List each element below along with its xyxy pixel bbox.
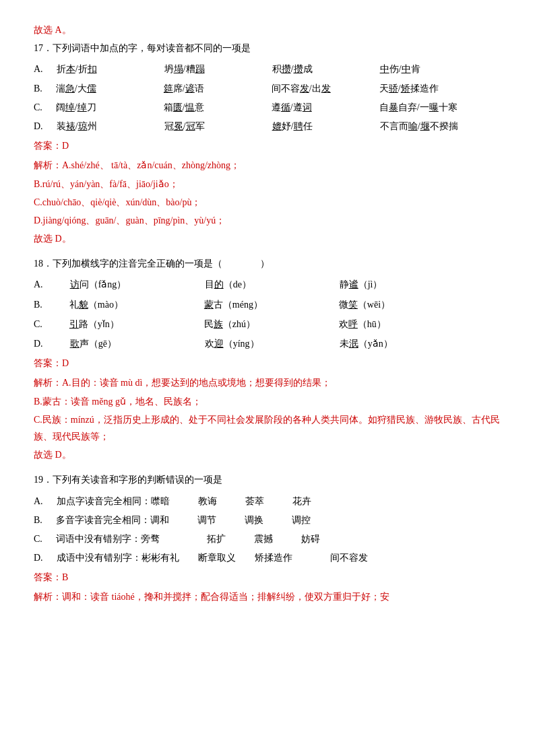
question-18: 18．下列加横线字的注音完全正确的一项是（ ） A. 访问（fǎng） 目的（d… — [34, 255, 501, 463]
question-17: 17．下列词语中加点的字，每对读音都不同的一项是 A. 折本/折扣 坍塌/糟蹋 … — [34, 40, 501, 247]
q19-c-label: C. — [34, 530, 42, 547]
q19-d-text: 成语中没有错别字：彬彬有礼 断章取义 矫揉造作 间不容发 — [57, 549, 368, 566]
q17-title: 17．下列词语中加点的字，每对读音都不同的一项是 — [34, 40, 501, 57]
q17-option-c: C. 阔绰/绰刀 箱匮/愠意 遵循/遵词 自暴自弃/一曝十寒 — [34, 99, 501, 116]
q17-explain-3: C.chuò/chāo、qiè/qiè、xún/dùn、bào/pù； — [34, 194, 501, 211]
q17-d-item4: 不言而喻/堰不揆揣 — [380, 118, 474, 135]
q18-d-label: D. — [34, 335, 43, 352]
q18-a-item1: 访问（fǎng） — [70, 276, 178, 293]
q17-explain-2: B.rú/rú、yán/yàn、fà/fā、jiāo/jiǎo； — [34, 176, 501, 193]
q17-a-item4: 中伤/中肯 — [380, 61, 474, 77]
q17-b-item4: 天骄/矫揉造作 — [379, 80, 474, 97]
q18-b-item1: 礼貌（mào） — [69, 296, 177, 313]
q19-d-label: D. — [34, 549, 43, 566]
q18-option-b: B. 礼貌（mào） 蒙古（méng） 微笑（wēi） — [34, 296, 501, 313]
top-guxuan-a: 故选 A。 — [34, 22, 501, 38]
q17-b-item3: 间不容发/出发 — [272, 80, 366, 97]
q18-d-item2: 欢迎（yíng） — [205, 335, 313, 352]
q17-c-item4: 自暴自弃/一曝十寒 — [379, 99, 474, 116]
q17-a-item3: 积攒/攒成 — [272, 61, 367, 77]
q18-b-item3: 微笑（wēi） — [339, 296, 447, 313]
q19-explain-1: 解析：调和：读音 tiáohé，搀和并搅拌；配合得适当；排解纠纷，使双方重归于好… — [34, 588, 501, 605]
q17-option-a: A. 折本/折扣 坍塌/糟蹋 积攒/攒成 中伤/中肯 — [34, 61, 501, 77]
q19-option-c: C. 词语中没有错别字：旁骛 拓扩 震撼 妨碍 — [34, 530, 501, 547]
q18-c-item1: 引路（yǐn） — [69, 316, 177, 333]
q18-d-item3: 未泯（yǎn） — [340, 335, 447, 352]
q17-option-b: B. 湍急/大儒 筵席/谚语 间不容发/出发 天骄/矫揉造作 — [34, 80, 501, 97]
q19-title: 19．下列有关读音和字形的判断错误的一项是 — [34, 471, 501, 488]
q17-a-label: A. — [34, 61, 43, 77]
q19-a-text: 加点字读音完全相同：噤暗 教诲 荟萃 花卉 — [57, 493, 311, 510]
q17-d-item1: 装裱/琼州 — [57, 118, 151, 135]
q17-explain-4: D.jiàng/qióng、guān/、guàn、pīng/pìn、yù/yú； — [34, 212, 501, 229]
q18-b-item2: 蒙古（méng） — [204, 296, 312, 313]
q17-explain-1: 解析：A.shé/zhé、 tā/tà、zǎn/cuán、zhòng/zhòng… — [34, 157, 501, 174]
q18-option-c: C. 引路（yǐn） 民族（zhú） 欢呼（hū） — [34, 316, 501, 333]
q18-c-item3: 欢呼（hū） — [339, 316, 447, 333]
q17-c-item1: 阔绰/绰刀 — [56, 99, 150, 116]
q18-d-item1: 歌声（gē） — [70, 335, 178, 352]
q18-explain-3: C.民族：mínzú，泛指历史上形成的、处于不同社会发展阶段的各种人类共同体。如… — [34, 411, 501, 445]
q17-c-item2: 箱匮/愠意 — [164, 99, 258, 116]
q17-answer: 答案：D — [34, 137, 501, 154]
q18-guxuan: 故选 D。 — [34, 446, 501, 463]
q18-option-a: A. 访问（fǎng） 目的（de） 静谧（jì） — [34, 276, 501, 293]
q17-b-label: B. — [34, 80, 42, 97]
q19-option-d: D. 成语中没有错别字：彬彬有礼 断章取义 矫揉造作 间不容发 — [34, 549, 501, 566]
q17-d-item3: 媲妤/聘任 — [272, 118, 367, 135]
q19-answer: 答案：B — [34, 569, 501, 586]
q17-c-item3: 遵循/遵词 — [272, 99, 366, 116]
q18-option-d: D. 歌声（gē） 欢迎（yíng） 未泯（yǎn） — [34, 335, 501, 352]
q17-c-label: C. — [34, 99, 42, 116]
q19-a-label: A. — [34, 493, 43, 510]
q18-a-item3: 静谧（jì） — [340, 276, 447, 293]
q18-a-label: A. — [34, 276, 43, 293]
q18-c-item2: 民族（zhú） — [204, 316, 312, 333]
q19-c-text: 词语中没有错别字：旁骛 拓扩 震撼 妨碍 — [56, 530, 320, 547]
q17-a-item1: 折本/折扣 — [57, 61, 151, 77]
q18-explain-2: B.蒙古：读音 měng gǔ，地名、民族名； — [34, 393, 501, 410]
q19-option-b: B. 多音字读音完全相同：调和 调节 调换 调控 — [34, 512, 501, 528]
q18-b-label: B. — [34, 296, 42, 313]
q17-d-item2: 冠冕/冠军 — [164, 118, 259, 135]
q17-guxuan: 故选 D。 — [34, 230, 501, 247]
q19-b-label: B. — [34, 512, 42, 528]
q17-b-item2: 筵席/谚语 — [164, 80, 258, 97]
q18-c-label: C. — [34, 316, 42, 333]
q17-d-label: D. — [34, 118, 43, 135]
q18-explain-1: 解析：A.目的：读音 mù dì，想要达到的地点或境地；想要得到的结果； — [34, 374, 501, 391]
question-19: 19．下列有关读音和字形的判断错误的一项是 A. 加点字读音完全相同：噤暗 教诲… — [34, 471, 501, 605]
q19-option-a: A. 加点字读音完全相同：噤暗 教诲 荟萃 花卉 — [34, 493, 501, 510]
q17-a-item2: 坍塌/糟蹋 — [164, 61, 259, 77]
q18-answer: 答案：D — [34, 355, 501, 372]
q17-option-d: D. 装裱/琼州 冠冕/冠军 媲妤/聘任 不言而喻/堰不揆揣 — [34, 118, 501, 135]
q17-b-item1: 湍急/大儒 — [56, 80, 150, 97]
q18-title: 18．下列加横线字的注音完全正确的一项是（ ） — [34, 255, 501, 272]
q18-a-item2: 目的（de） — [205, 276, 313, 293]
q19-b-text: 多音字读音完全相同：调和 调节 调换 调控 — [56, 512, 311, 528]
